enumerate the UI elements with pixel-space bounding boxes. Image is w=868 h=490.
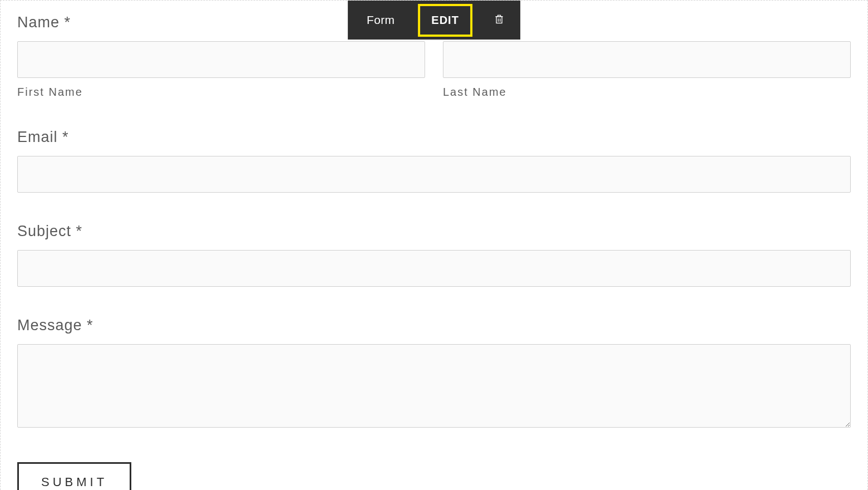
message-textarea[interactable] [17,344,851,428]
first-name-column: First Name [17,41,425,99]
subject-section: Subject * [17,223,851,287]
edit-button[interactable]: EDIT [418,4,472,37]
trash-icon [494,13,505,27]
svg-rect-0 [496,17,502,23]
subject-input[interactable] [17,250,851,287]
last-name-column: Last Name [443,41,851,99]
email-section: Email * [17,129,851,193]
email-input[interactable] [17,156,851,193]
contact-form: Name * First Name Last Name Email * Subj… [17,14,851,490]
first-name-input[interactable] [17,41,425,78]
submit-row: SUBMIT [17,462,851,490]
email-label: Email * [17,129,851,146]
message-section: Message * [17,317,851,430]
delete-button[interactable] [494,13,505,27]
form-editor-canvas: Form EDIT Name * First Name [0,0,868,490]
first-name-sublabel: First Name [17,86,425,99]
message-label: Message * [17,317,851,334]
name-row: First Name Last Name [17,41,851,99]
block-type-label: Form [367,13,394,27]
submit-button[interactable]: SUBMIT [17,462,131,490]
subject-label: Subject * [17,223,851,240]
last-name-input[interactable] [443,41,851,78]
block-toolbar: Form EDIT [348,1,520,40]
last-name-sublabel: Last Name [443,86,851,99]
